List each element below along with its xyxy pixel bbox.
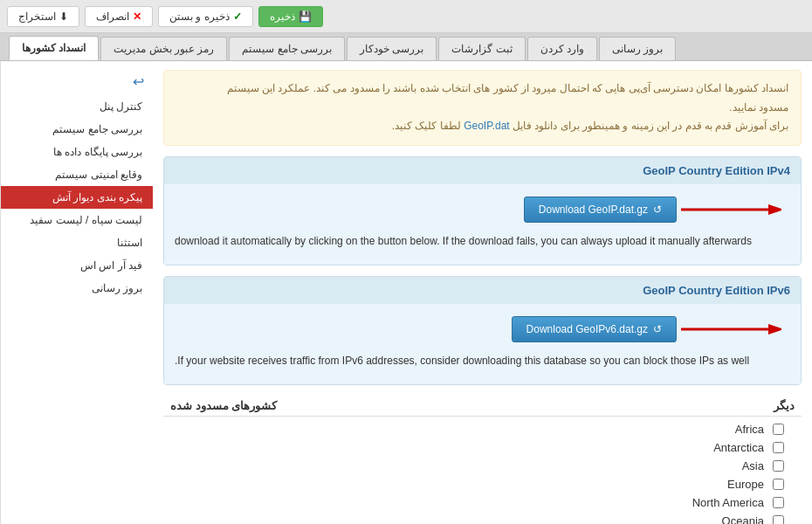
countries-section: دیگر کشورهای مسدود شده Africa Antarctica… bbox=[163, 396, 802, 524]
other-header: دیگر bbox=[774, 399, 795, 412]
sidebar-item-rss[interactable]: فید آر اس اس bbox=[1, 254, 153, 277]
tab-reports[interactable]: ثبت گزارشات bbox=[438, 37, 525, 60]
africa-label[interactable]: Africa bbox=[735, 423, 764, 436]
sidebar-item-control-panel[interactable]: کنترل پنل bbox=[1, 95, 153, 118]
blocked-header: کشورهای مسدود شده bbox=[170, 399, 277, 412]
geoip-v4-section: GeoIP Country Edition IPv4 Download GeoI… bbox=[163, 156, 802, 265]
sidebar-item-blacklist[interactable]: لیست سیاه / لیست سفید bbox=[1, 209, 153, 231]
refresh-icon-v4: ↺ bbox=[653, 203, 662, 216]
arrow-v4 bbox=[677, 197, 781, 222]
sidebar-item-browser-check[interactable]: بروز رسانی bbox=[1, 277, 153, 300]
country-row-europe: Europe bbox=[163, 475, 802, 493]
save-close-button[interactable]: 💾 ذخیره bbox=[258, 6, 323, 27]
sidebar-item-firewall[interactable]: پیکره بندی دیوار آتش bbox=[1, 186, 153, 209]
oceania-checkbox[interactable] bbox=[773, 515, 784, 524]
warning-text-2: مسدود نمایید. bbox=[176, 99, 788, 118]
europe-checkbox[interactable] bbox=[773, 479, 784, 490]
export-button[interactable]: ⬇ استخراج bbox=[7, 6, 79, 27]
country-row-oceania: Oceania bbox=[163, 512, 802, 524]
arrow-v6 bbox=[677, 317, 781, 341]
tab-login[interactable]: وارد کردن bbox=[527, 37, 597, 60]
save-button[interactable]: ✓ ذخیره و بستن bbox=[158, 6, 253, 27]
check-icon: ✓ bbox=[233, 10, 242, 23]
arrow-v6-container: Download GeoIPv6.dat.gz ↺ bbox=[175, 313, 790, 346]
arrow-v4-container: Download GeoIP.dat.gz ↺ bbox=[175, 193, 790, 226]
geoip-v6-desc: .If your website receives traffic from I… bbox=[175, 353, 790, 369]
warning-text-3: برای آموزش قدم به قدم در این زمینه و همی… bbox=[176, 117, 788, 136]
cancel-button[interactable]: ✕ انصراف bbox=[85, 6, 153, 27]
export-icon: ⬇ bbox=[59, 10, 68, 23]
tab-pass-manager[interactable]: رمز عبور بخش مدیریت bbox=[100, 37, 227, 60]
north-america-label[interactable]: North America bbox=[692, 496, 764, 509]
oceania-label[interactable]: Oceania bbox=[722, 514, 764, 524]
asia-label[interactable]: Asia bbox=[742, 459, 764, 472]
main-layout: انسداد کشورها امکان دسترسی آی‌پی هایی که… bbox=[0, 61, 812, 524]
save-icon: 💾 bbox=[299, 10, 312, 23]
refresh-icon-v6: ↺ bbox=[653, 323, 662, 335]
geoip-link[interactable]: GeoIP.dat bbox=[464, 120, 510, 132]
north-america-checkbox[interactable] bbox=[773, 497, 784, 508]
antarctica-label[interactable]: Antarctica bbox=[713, 441, 764, 454]
countries-header-row: دیگر کشورهای مسدود شده bbox=[163, 396, 802, 417]
geoip-v6-header: GeoIP Country Edition IPv6 bbox=[164, 277, 801, 304]
sidebar-item-system-review[interactable]: بررسی جامع سیستم bbox=[1, 118, 153, 141]
sidebar-item-captcha[interactable]: استثنا bbox=[1, 231, 153, 254]
warning-text-1: انسداد کشورها امکان دسترسی آی‌پی هایی که… bbox=[176, 79, 788, 99]
download-geoip-button[interactable]: Download GeoIP.dat.gz ↺ bbox=[524, 196, 677, 223]
tab-update[interactable]: بروز رسانی bbox=[599, 37, 676, 60]
geoip-v6-body: Download GeoIPv6.dat.gz ↺ .If your websi… bbox=[164, 304, 801, 384]
africa-checkbox[interactable] bbox=[773, 424, 784, 435]
sidebar-item-db-review[interactable]: بررسی پایگاه داده ها bbox=[1, 141, 153, 163]
geoip-v6-section: GeoIP Country Edition IPv6 Download GeoI… bbox=[163, 276, 802, 385]
europe-label[interactable]: Europe bbox=[727, 478, 764, 491]
tab-block-countries[interactable]: انسداد کشورها bbox=[9, 36, 99, 60]
tab-auto-check[interactable]: بررسی خودکار bbox=[347, 37, 437, 60]
top-toolbar: 💾 ذخیره ✓ ذخیره و بستن ✕ انصراف ⬇ استخرا… bbox=[0, 0, 812, 33]
download-geoipv6-button[interactable]: Download GeoIPv6.dat.gz ↺ bbox=[512, 316, 677, 342]
geoip-v4-header: GeoIP Country Edition IPv4 bbox=[164, 157, 801, 184]
geoip-v4-body: Download GeoIP.dat.gz ↺ download it auto… bbox=[164, 184, 801, 265]
asia-checkbox[interactable] bbox=[773, 460, 784, 472]
x-icon: ✕ bbox=[133, 10, 141, 23]
geoip-v4-desc: download it automatically by clicking on… bbox=[175, 233, 790, 249]
country-row-antarctica: Antarctica bbox=[163, 438, 802, 457]
sidebar-item-security-events[interactable]: وقایع امنیتی سیستم bbox=[1, 163, 153, 186]
country-row-asia: Asia bbox=[163, 457, 802, 475]
content-area: انسداد کشورها امکان دسترسی آی‌پی هایی که… bbox=[153, 61, 812, 524]
country-row-north-america: North America bbox=[163, 493, 802, 512]
back-icon[interactable]: ↩ bbox=[1, 68, 153, 95]
tab-system-check[interactable]: بررسی جامع سیستم bbox=[229, 37, 345, 60]
warning-box: انسداد کشورها امکان دسترسی آی‌پی هایی که… bbox=[163, 70, 802, 146]
sidebar: ↩ کنترل پنل بررسی جامع سیستم بررسی پایگا… bbox=[0, 61, 153, 524]
nav-tabs: انسداد کشورها رمز عبور بخش مدیریت بررسی … bbox=[0, 33, 812, 61]
antarctica-checkbox[interactable] bbox=[773, 442, 784, 453]
country-row-africa: Africa bbox=[163, 420, 802, 438]
